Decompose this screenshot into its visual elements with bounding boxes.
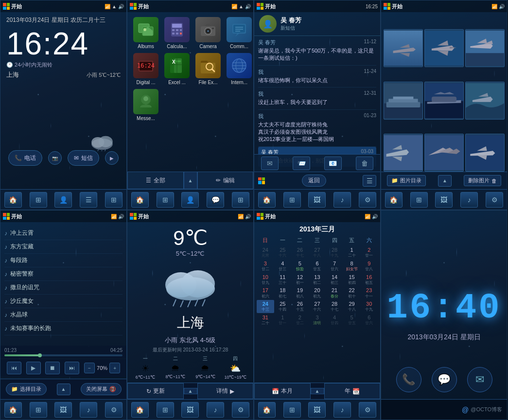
cal-cell-5-5[interactable]: 5廿五: [343, 314, 361, 327]
song-5[interactable]: ♪ 撒旦的诅咒: [4, 281, 123, 295]
photo-6[interactable]: [465, 82, 505, 120]
song-6[interactable]: ♪ 沙丘魔女: [4, 295, 123, 308]
taskbar-home-7[interactable]: 🏠: [258, 402, 276, 418]
cal-slider[interactable]: ▲: [311, 388, 324, 394]
slider-icon[interactable]: ▶: [105, 151, 119, 165]
cal-cell-4-5[interactable]: 29十八: [343, 300, 361, 313]
start-button-4[interactable]: 开始: [384, 3, 403, 10]
cal-cell-5-3[interactable]: 3清明: [309, 314, 326, 327]
sms-button[interactable]: ✉ 短信: [68, 150, 99, 166]
select-dir-btn[interactable]: 📁 选择目录: [6, 383, 47, 395]
cal-cell-5-6[interactable]: 6廿六: [360, 314, 378, 327]
start-button-1[interactable]: 开始: [3, 3, 22, 10]
vol-down-btn[interactable]: −: [84, 363, 95, 373]
taskbar-photo-4[interactable]: 🖼: [435, 192, 453, 208]
taskbar-music-6[interactable]: ♪: [207, 402, 224, 418]
call-btn[interactable]: 📧: [324, 157, 342, 170]
photo-2[interactable]: [424, 29, 464, 67]
taskbar-grid-2[interactable]: ⊞: [157, 192, 174, 208]
cal-cell-0-4[interactable]: 28十九: [326, 246, 343, 259]
start-button-2[interactable]: 开始: [130, 3, 149, 10]
start-button-6[interactable]: 开始: [130, 213, 149, 220]
reply-btn[interactable]: ✉: [261, 157, 279, 170]
phone-action-btn[interactable]: 📞: [396, 367, 421, 392]
cal-cell-5-4[interactable]: 4廿四: [326, 314, 343, 327]
taskbar-menu[interactable]: ☰: [80, 192, 97, 208]
app-messenger[interactable]: Messe...: [132, 89, 159, 121]
photo-5[interactable]: [424, 82, 464, 120]
app-comm[interactable]: Comm...: [226, 17, 253, 49]
taskbar-photo-6[interactable]: 🖼: [181, 402, 199, 418]
taskbar-home-5[interactable]: 🏠: [4, 402, 22, 418]
play-btn[interactable]: ▶: [26, 362, 41, 374]
taskbar-msg-2[interactable]: 💬: [207, 192, 224, 208]
email-action-btn[interactable]: ✉: [467, 367, 492, 392]
phone-button[interactable]: 📞 电话: [8, 150, 42, 166]
weather-slider[interactable]: ▲: [184, 388, 197, 394]
cal-cell-1-2[interactable]: 5惊蛰: [291, 260, 309, 273]
taskbar-grid-7[interactable]: ⊞: [283, 402, 301, 418]
cal-cell-3-2[interactable]: 19初八: [291, 286, 309, 299]
taskbar-grid-4[interactable]: ⊞: [410, 192, 428, 208]
cal-cell-3-5[interactable]: 22初十: [343, 286, 361, 299]
taskbar-gear-6[interactable]: ⚙: [232, 402, 249, 418]
menu-button[interactable]: ☰: [363, 175, 376, 187]
cal-cell-1-5[interactable]: 8妇女节: [343, 260, 361, 273]
song-4[interactable]: ♪ 秘密警察: [4, 267, 123, 281]
photo-7[interactable]: [384, 134, 423, 172]
taskbar-grid-6[interactable]: ⊞: [157, 402, 174, 418]
song-2[interactable]: ♪ 东方宝藏: [4, 240, 123, 254]
cal-cell-0-0[interactable]: 24元宵: [257, 246, 274, 259]
taskbar-home[interactable]: 🏠: [4, 192, 22, 208]
progress-track[interactable]: [4, 354, 123, 356]
song-7[interactable]: ♪ 水晶球: [4, 308, 123, 322]
cal-cell-1-1[interactable]: 4廿三: [274, 260, 292, 273]
cal-cell-0-1[interactable]: 25十六: [274, 246, 292, 259]
cal-cell-3-6[interactable]: 23十一: [360, 286, 378, 299]
start-button-3[interactable]: 开始: [257, 3, 276, 10]
cal-cell-5-2[interactable]: 2廿二: [291, 314, 309, 327]
update-btn[interactable]: ↻ 更新: [127, 383, 184, 399]
taskbar-music-5[interactable]: ♪: [80, 402, 97, 418]
cal-cell-1-3[interactable]: 6廿五: [309, 260, 326, 273]
start-button-7[interactable]: 开始: [257, 213, 276, 220]
taskbar-home-4[interactable]: 🏠: [385, 192, 403, 208]
cal-cell-today[interactable]: 24十三: [257, 300, 274, 313]
photo-slider[interactable]: ▲: [438, 175, 452, 187]
forward-btn[interactable]: 📨: [293, 157, 310, 170]
cal-cell-0-2[interactable]: 26十七: [291, 246, 309, 259]
cal-cell-5-0[interactable]: 31二十: [257, 314, 274, 327]
song-3[interactable]: ♪ 每段路: [4, 254, 123, 267]
detail-btn[interactable]: 详情 ▶: [197, 383, 254, 399]
delete-photos-btn[interactable]: 删除图片 🗑: [464, 175, 501, 186]
gallery-dir-btn[interactable]: 📁 图片目录: [387, 175, 426, 186]
cal-cell-3-0[interactable]: 17初六: [257, 286, 274, 299]
taskbar-photo-3[interactable]: 🖼: [308, 192, 326, 208]
taskbar-grid-5[interactable]: ⊞: [30, 402, 47, 418]
taskbar-home-6[interactable]: 🏠: [131, 402, 149, 418]
app-albums[interactable]: Albums: [132, 17, 159, 49]
camera-slider-icon[interactable]: 📷: [48, 151, 62, 165]
cal-cell-2-4[interactable]: 14初三: [326, 273, 343, 286]
cal-cell-1-0[interactable]: 3廿二: [257, 260, 274, 273]
cal-cell-4-1[interactable]: 25十四: [274, 300, 292, 313]
taskbar-gear-4[interactable]: ⚙: [486, 192, 503, 208]
cal-cell-0-3[interactable]: 27十八: [309, 246, 326, 259]
app-calculator[interactable]: Calcula...: [163, 17, 191, 49]
taskbar-gear-3[interactable]: ⚙: [359, 192, 376, 208]
taskbar-grid-3[interactable]: ⊞: [283, 192, 301, 208]
year-btn[interactable]: 年 📆: [324, 383, 381, 399]
cal-cell-4-2[interactable]: 26十五: [291, 300, 309, 313]
music-slider[interactable]: ▲: [57, 384, 70, 395]
cal-cell-2-1[interactable]: 11三十: [274, 273, 292, 286]
taskbar-gear-7[interactable]: ⚙: [359, 402, 376, 418]
taskbar-music-7[interactable]: ♪: [333, 402, 351, 418]
app-fileex[interactable]: File Ex...: [194, 53, 222, 85]
app-camera[interactable]: Camera: [194, 17, 222, 49]
prev-btn[interactable]: ⏮: [7, 362, 21, 374]
photo-9[interactable]: [465, 134, 505, 172]
cal-cell-2-2[interactable]: 12初一: [291, 273, 309, 286]
vol-up-btn[interactable]: +: [109, 363, 120, 373]
cal-cell-3-4[interactable]: 21春分: [326, 286, 343, 299]
photo-8[interactable]: [424, 134, 464, 172]
